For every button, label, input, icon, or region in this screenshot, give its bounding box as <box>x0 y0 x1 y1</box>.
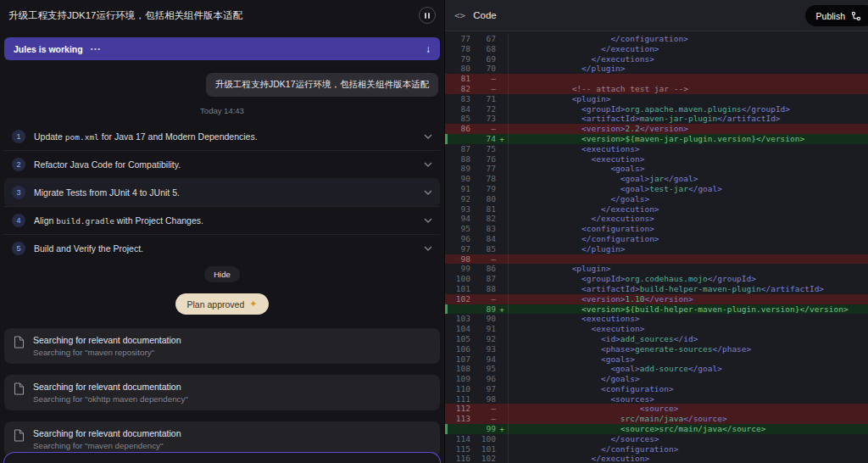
new-line-number: 98 <box>470 394 496 404</box>
card-text: Searching for relevant documentationSear… <box>33 382 188 404</box>
chevron-down-icon <box>424 246 432 251</box>
old-line-number: 89 <box>445 164 470 174</box>
old-line-number: 113 <box>445 414 470 424</box>
diff-row: 10895 <goal>add-source</goal> <box>445 364 868 374</box>
new-line-number: 90 <box>470 314 496 324</box>
new-line-number: 72 <box>470 104 496 114</box>
new-line-number: 89 <box>470 304 496 315</box>
old-line-number: 98 <box>445 254 470 265</box>
diff-row: 9381 </execution> <box>445 204 868 215</box>
diff-row: 74+ <version>${maven-jar-plugin.version}… <box>445 134 868 144</box>
card-subtitle: Searching for "okhttp maven dependency" <box>33 394 188 404</box>
diff-marker <box>496 194 508 204</box>
diff-row: 114100 </sources> <box>445 434 868 444</box>
old-line-number: 94 <box>445 214 470 224</box>
old-line-number <box>445 304 470 315</box>
new-line-number: 69 <box>470 54 496 64</box>
diff-row: 8371 <plugin> <box>445 94 868 104</box>
hide-button[interactable]: Hide <box>204 266 240 282</box>
new-line-number: — <box>470 414 496 424</box>
diff-view[interactable]: 7767 </configuration>7868 </execution>79… <box>445 31 868 463</box>
new-line-number: — <box>470 254 496 265</box>
step-label: Refactor Java Code for Compatibility. <box>34 159 417 170</box>
diff-row: 9482 </executions> <box>445 214 868 224</box>
code-line: <!-- attach test jar --> <box>508 84 868 94</box>
code-line: <sources> <box>508 394 868 404</box>
plan-step[interactable]: 2Refactor Java Code for Compatibility. <box>4 150 440 178</box>
diff-marker: + <box>496 134 508 144</box>
old-line-number: 82 <box>445 84 470 94</box>
code-line: <goal>jar</goal> <box>508 174 868 184</box>
new-line-number: 86 <box>470 264 496 274</box>
activity-card[interactable]: Searching for relevant documentationSear… <box>4 328 440 364</box>
diff-row: 9280 </goals> <box>445 194 868 204</box>
code-line: </executions> <box>508 54 868 64</box>
old-line-number: 96 <box>445 234 470 244</box>
new-line-number: 79 <box>470 184 496 194</box>
code-line <box>508 74 868 84</box>
new-line-number: — <box>470 404 496 414</box>
old-line-number: 101 <box>445 284 470 294</box>
code-line: src/main/java</source> <box>508 414 868 424</box>
plan-step[interactable]: 1Update pom.xml for Java 17 and Modern D… <box>4 122 440 150</box>
diff-marker <box>496 224 508 234</box>
plan-step[interactable]: 4Align build.gradle with Project Changes… <box>4 206 440 234</box>
diff-marker <box>496 104 508 114</box>
old-line-number: 93 <box>445 204 470 215</box>
code-line: <goal>add-source</goal> <box>508 364 868 374</box>
old-line-number: 86 <box>445 124 470 134</box>
diff-marker <box>496 74 508 84</box>
new-line-number: 100 <box>470 434 496 444</box>
card-subtitle: Searching for "maven repository" <box>33 348 181 357</box>
celebration-icon: ✦ <box>249 298 257 310</box>
step-number-badge: 3 <box>12 186 25 199</box>
diff-row: 9583 <configuration> <box>445 224 868 234</box>
chevron-down-icon <box>424 190 432 195</box>
plan-chip-label: Plan approved <box>187 299 245 310</box>
activity-card[interactable]: Searching for relevant documentationSear… <box>4 375 440 410</box>
code-line: <artifactId>maven-jar-plugin</artifactId… <box>508 114 868 124</box>
old-line-number: 105 <box>445 334 470 344</box>
diff-row: 11198 <sources> <box>445 394 868 404</box>
diff-row: 9986 <plugin> <box>445 264 868 274</box>
diff-marker <box>496 34 508 44</box>
publish-button[interactable]: Publish <box>805 5 868 26</box>
diff-row: 89+ <version>${build-helper-maven-plugin… <box>445 304 868 315</box>
branch-icon <box>851 11 861 21</box>
new-line-number: 71 <box>470 94 496 104</box>
code-line: <version>${build-helper-maven-plugin.ver… <box>508 304 868 315</box>
new-line-number: 70 <box>470 64 496 74</box>
status-banner[interactable]: Jules is working ••• ↓ <box>4 37 440 60</box>
new-line-number: 84 <box>470 234 496 244</box>
plan-steps: 1Update pom.xml for Java 17 and Modern D… <box>4 122 440 262</box>
old-line-number: 78 <box>445 44 470 54</box>
diff-marker <box>496 404 508 414</box>
message-input[interactable] <box>3 452 441 463</box>
diff-marker <box>496 434 508 444</box>
plan-step[interactable]: 3Migrate Tests from JUnit 4 to JUnit 5. <box>4 178 440 206</box>
new-line-number: 82 <box>470 214 496 224</box>
scroll-down-icon[interactable]: ↓ <box>426 43 431 55</box>
new-line-number: 73 <box>470 114 496 124</box>
old-line-number: 116 <box>445 454 470 463</box>
diff-row: 81— <box>445 74 868 84</box>
old-line-number: 95 <box>445 224 470 234</box>
pause-button[interactable] <box>419 7 436 24</box>
code-line: </configuration> <box>508 34 868 44</box>
diff-row: 11097 <configuration> <box>445 384 868 394</box>
old-line-number: 114 <box>445 434 470 444</box>
user-message-bubble: 升级工程支持JDK17运行环境，包括相关组件版本适配 <box>206 73 438 97</box>
code-brackets-icon: <> <box>454 10 465 21</box>
plan-step[interactable]: 5Build and Verify the Project. <box>4 234 440 262</box>
old-line-number: 108 <box>445 364 470 374</box>
diff-marker <box>496 264 508 274</box>
diff-marker <box>496 294 508 304</box>
code-line: <plugin> <box>508 264 868 274</box>
code-line: <configuration> <box>508 384 868 394</box>
diff-marker <box>496 144 508 154</box>
old-line-number: 87 <box>445 144 470 154</box>
chevron-down-icon <box>424 162 432 167</box>
diff-row: 9078 <goal>jar</goal> <box>445 174 868 184</box>
step-number-badge: 1 <box>12 130 25 143</box>
chip-row: Plan approved ✦ <box>0 293 444 315</box>
